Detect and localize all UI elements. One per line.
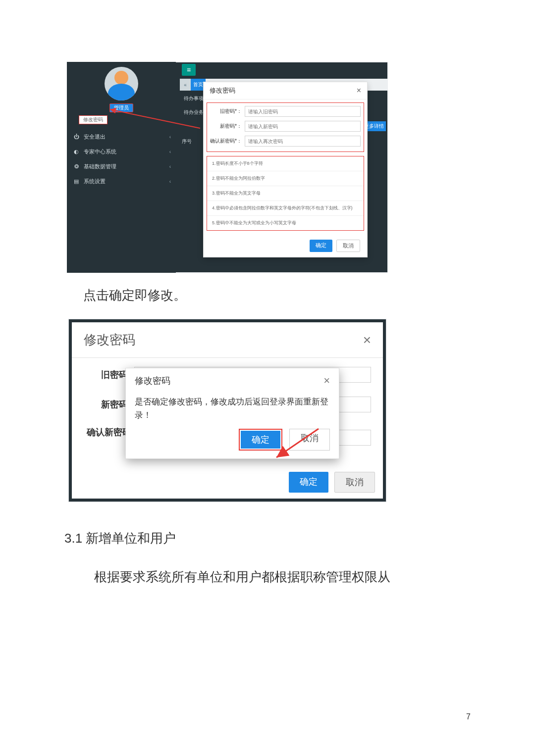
confirm-title: 修改密码	[135, 375, 170, 387]
sidebar: 管理员 修改密码 ⏻ 安全退出 ‹ ◐ 专家中心系统 ‹ ❂	[67, 62, 176, 273]
screenshot-change-password: 管理员 修改密码 ⏻ 安全退出 ‹ ◐ 专家中心系统 ‹ ❂	[67, 62, 388, 273]
role-tag: 管理员	[109, 103, 133, 112]
new-password-input[interactable]	[245, 121, 361, 132]
outer-ok-button[interactable]: 确定	[289, 472, 328, 493]
page-number: 7	[466, 712, 471, 721]
annotation-arrow-icon	[271, 428, 321, 462]
chevron-left-icon: ‹	[169, 149, 171, 154]
new-password-label: 新密码*	[84, 399, 131, 410]
sidebar-item-settings[interactable]: ▤ 系统设置 ‹	[67, 174, 176, 189]
section-heading: 3.1 新增单位和用户	[64, 530, 471, 547]
confirm-message: 是否确定修改密码，修改成功后返回登录界面重新登录！	[126, 393, 339, 425]
chevron-left-icon: ‹	[169, 179, 171, 184]
close-icon[interactable]: ×	[363, 332, 371, 348]
new-password-label: 新密码*：	[210, 123, 242, 130]
section-paragraph: 根据要求系统所有单位和用户都根据职称管理权限从	[94, 565, 471, 589]
close-icon[interactable]: ×	[357, 86, 361, 95]
ok-button[interactable]: 确定	[310, 240, 332, 252]
screenshot-confirm-dialog: 修改密码 × 旧密码* 新密码* 确认新密码*	[68, 319, 386, 502]
globe-icon: ◐	[73, 149, 80, 155]
sidebar-item-label: 系统设置	[84, 178, 106, 185]
sequence-label: 序号	[182, 138, 192, 145]
list-icon: ▤	[73, 178, 80, 185]
modal-title: 修改密码	[210, 86, 235, 95]
confirm-password-input[interactable]	[245, 136, 361, 147]
close-icon[interactable]: ×	[323, 374, 330, 387]
svg-line-1	[276, 429, 319, 457]
modal-title: 修改密码	[84, 331, 135, 349]
old-password-label: 旧密码*	[84, 369, 131, 381]
old-password-label: 旧密码*：	[210, 108, 242, 115]
confirm-dialog: 修改密码 × 是否确定修改密码，修改成功后返回登录界面重新登录！ 确定 取消	[125, 368, 339, 459]
confirm-password-label: 确认新密码*：	[210, 138, 242, 145]
change-password-modal: 修改密码 × 旧密码*： 新密码*： 确认新密码*：	[203, 82, 368, 257]
power-icon: ⏻	[73, 134, 80, 140]
sidebar-item-label: 基础数据管理	[84, 163, 116, 170]
cancel-button[interactable]: 取消	[336, 240, 360, 252]
tab-back-button[interactable]: «	[180, 79, 191, 91]
caption-text: 点击确定即修改。	[83, 287, 471, 304]
sidebar-item-basedata[interactable]: ❂ 基础数据管理 ‹	[67, 159, 176, 174]
confirm-password-label: 确认新密码*	[84, 426, 131, 449]
change-password-tag[interactable]: 修改密码	[79, 115, 107, 124]
sidebar-item-label: 安全退出	[84, 133, 106, 141]
chevron-left-icon: ‹	[169, 164, 171, 169]
menu-icon: ≡	[187, 66, 191, 74]
menu-toggle-button[interactable]: ≡	[182, 64, 196, 76]
sidebar-item-label: 专家中心系统	[84, 148, 116, 155]
chevron-left-icon: ‹	[169, 134, 171, 140]
old-password-input[interactable]	[245, 106, 361, 117]
outer-cancel-button[interactable]: 取消	[334, 472, 375, 493]
hex-icon: ❂	[73, 163, 80, 170]
sidebar-item-expert[interactable]: ◐ 专家中心系统 ‹	[67, 144, 176, 159]
sidebar-item-logout[interactable]: ⏻ 安全退出 ‹	[67, 129, 176, 144]
avatar	[105, 67, 138, 101]
password-rules: 1.密码长度不小于8个字符 2.密码不能全为阿拉伯数字 3.密码不能全为英文字母…	[207, 156, 364, 231]
